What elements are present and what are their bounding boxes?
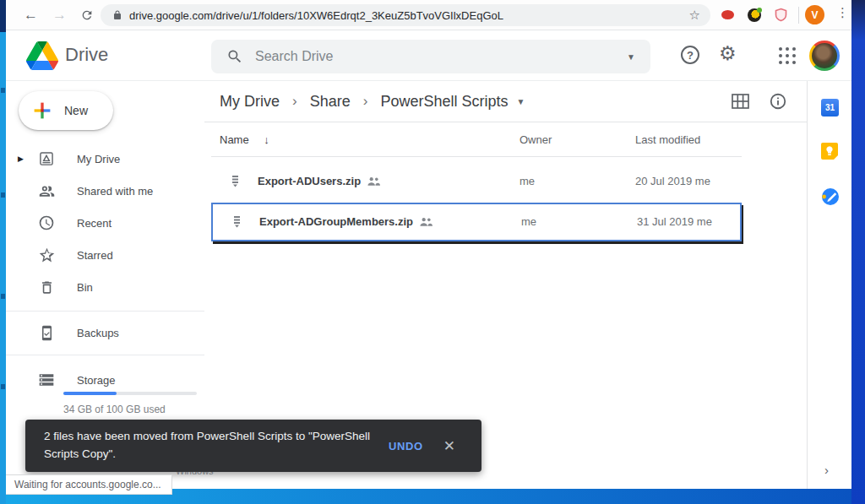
- extension-icon-2[interactable]: [748, 8, 761, 22]
- browser-refresh-icon[interactable]: [80, 8, 94, 28]
- sidebar-item-label: Backups: [77, 327, 119, 339]
- undo-button[interactable]: UNDO: [389, 440, 423, 453]
- zip-file-icon: [230, 175, 241, 192]
- file-modified: 31 Jul 2019 me: [637, 215, 712, 228]
- column-header-owner[interactable]: Owner: [520, 133, 552, 146]
- file-name: Export-ADGroupMembers.zip: [259, 215, 432, 228]
- app-title: Drive: [65, 44, 108, 66]
- column-header-name[interactable]: Name ↓: [220, 133, 269, 146]
- storage-usage-text: 34 GB of 100 GB used: [63, 404, 166, 415]
- google-apps-grid-icon[interactable]: [779, 47, 796, 64]
- breadcrumb: My Drive › Share › PowerShell Scripts ▼: [220, 81, 525, 122]
- bookmark-star-icon[interactable]: ☆: [689, 8, 700, 23]
- drive-logo-icon[interactable]: [26, 41, 58, 73]
- close-icon[interactable]: ✕: [443, 437, 455, 455]
- file-row[interactable]: Export-ADUsers.zip me 20 Jul 2019 me: [211, 162, 742, 201]
- sidebar-item-starred[interactable]: Starred: [6, 239, 204, 271]
- sidebar-item-backups[interactable]: Backups: [6, 317, 204, 349]
- new-button[interactable]: New: [19, 91, 113, 130]
- help-icon[interactable]: ?: [681, 46, 699, 64]
- sidebar-item-label: Bin: [77, 281, 93, 294]
- info-icon[interactable]: [769, 92, 787, 114]
- my-drive-icon: [36, 150, 57, 167]
- browser-status-text: Waiting for accounts.google.co...: [6, 474, 172, 495]
- browser-menu-icon[interactable]: ⋮: [836, 5, 849, 20]
- sidebar-item-shared-with-me[interactable]: Shared with me: [6, 175, 204, 207]
- toolbar-divider: [798, 7, 799, 24]
- desktop-edge-right: [851, 0, 865, 504]
- file-owner: me: [520, 175, 535, 187]
- backups-icon: [36, 325, 57, 341]
- keep-icon[interactable]: [821, 143, 838, 163]
- desktop-edge-left: [0, 0, 6, 504]
- toast-notification: 2 files have been moved from PowerShell …: [25, 420, 481, 472]
- list-header: Name ↓ Owner Last modified: [211, 128, 742, 157]
- sidebar-divider: [6, 355, 204, 355]
- sidebar-item-recent[interactable]: Recent: [6, 207, 204, 239]
- shared-people-icon: [367, 176, 380, 186]
- lock-icon: [112, 10, 122, 20]
- search-input[interactable]: [255, 49, 627, 64]
- chevron-right-icon: ›: [363, 93, 368, 110]
- search-icon: [226, 48, 243, 65]
- star-icon: [36, 247, 57, 264]
- breadcrumb-share[interactable]: Share: [310, 93, 351, 111]
- sidebar-item-label: My Drive: [77, 153, 120, 165]
- file-row-selected[interactable]: Export-ADGroupMembers.zip me 31 Jul 2019…: [211, 203, 742, 241]
- file-owner: me: [521, 215, 536, 228]
- browser-back-icon[interactable]: ←: [24, 5, 38, 25]
- zip-file-icon: [231, 215, 242, 232]
- clock-icon: [36, 214, 57, 231]
- shared-people-icon: [420, 217, 432, 226]
- breadcrumb-current-folder[interactable]: PowerShell Scripts: [380, 93, 508, 111]
- file-list: Name ↓ Owner Last modified Export-ADUser…: [211, 128, 742, 241]
- drive-header: Drive ▼ ? ⚙: [6, 31, 851, 81]
- breadcrumb-bar: My Drive › Share › PowerShell Scripts ▼: [204, 81, 807, 122]
- storage-progress-bar: [63, 392, 197, 395]
- calendar-icon[interactable]: 31: [821, 99, 839, 117]
- trash-icon: [36, 279, 57, 295]
- grid-view-icon[interactable]: [732, 94, 749, 112]
- file-modified: 20 Jul 2019 me: [635, 175, 710, 187]
- browser-toolbar: ← → drive.google.com/drive/u/1/folders/1…: [6, 0, 851, 30]
- breadcrumb-my-drive[interactable]: My Drive: [220, 93, 280, 111]
- search-options-caret-icon[interactable]: ▼: [627, 52, 635, 62]
- collapse-panel-chevron-icon[interactable]: ›: [824, 463, 829, 477]
- settings-gear-icon[interactable]: ⚙: [719, 42, 737, 65]
- sidebar-item-my-drive[interactable]: ▶ My Drive: [6, 143, 204, 175]
- side-panel: 31 ›: [807, 81, 851, 490]
- tasks-icon[interactable]: [821, 187, 840, 209]
- account-avatar[interactable]: [809, 41, 840, 71]
- new-button-label: New: [64, 104, 88, 117]
- sidebar-item-label: Shared with me: [77, 185, 153, 198]
- storage-progress-fill: [63, 392, 117, 395]
- extension-icon-1[interactable]: [721, 10, 734, 19]
- sidebar-item-label: Starred: [77, 249, 113, 262]
- browser-forward-icon[interactable]: →: [52, 5, 67, 25]
- url-text: drive.google.com/drive/u/1/folders/10XW6…: [129, 9, 689, 22]
- chevron-right-icon: ›: [292, 93, 297, 110]
- sidebar-item-label: Storage: [77, 374, 116, 387]
- people-icon: [36, 182, 57, 200]
- folder-menu-caret-icon[interactable]: ▼: [516, 97, 525, 106]
- sort-descending-icon[interactable]: ↓: [264, 133, 269, 146]
- toast-message: 2 files have been moved from PowerShell …: [44, 428, 375, 463]
- storage-icon: [36, 371, 57, 388]
- extension-shield-icon[interactable]: [775, 8, 787, 25]
- browser-profile-avatar[interactable]: V: [805, 5, 824, 24]
- sidebar-divider: [6, 311, 204, 312]
- sidebar-item-bin[interactable]: Bin: [6, 271, 204, 303]
- sidebar-item-label: Recent: [77, 217, 112, 230]
- expand-arrow-icon[interactable]: ▶: [18, 154, 30, 163]
- column-header-modified[interactable]: Last modified: [635, 133, 700, 146]
- search-bar[interactable]: ▼: [211, 40, 650, 73]
- plus-icon: [31, 100, 53, 122]
- file-name: Export-ADUsers.zip: [258, 175, 380, 187]
- address-bar[interactable]: drive.google.com/drive/u/1/folders/10XW6…: [101, 4, 710, 26]
- google-drive-window: ← → drive.google.com/drive/u/1/folders/1…: [0, 0, 865, 504]
